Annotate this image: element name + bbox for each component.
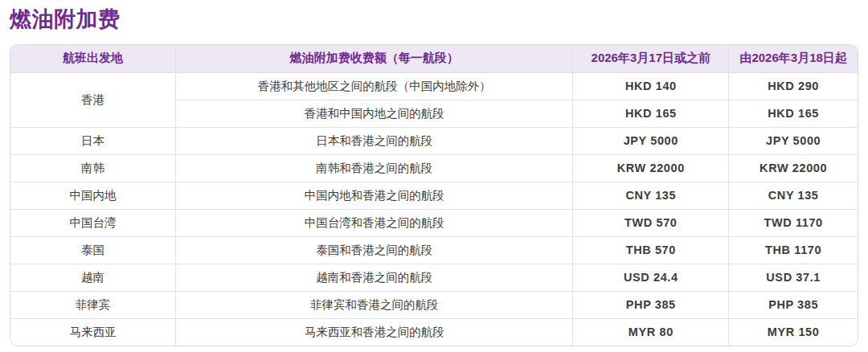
fuel-surcharge-table: 航班出发地燃油附加费收费额（每一航段）2026年3月17日或之前由2026年3月… — [10, 45, 858, 346]
price-after-cell: USD 37.1 — [729, 264, 858, 291]
price-after-cell: CNY 135 — [729, 182, 858, 209]
table-row: 越南越南和香港之间的航段USD 24.4USD 37.1 — [10, 264, 858, 291]
page-title: 燃油附加费 — [0, 0, 868, 34]
price-before-cell: HKD 165 — [573, 100, 729, 127]
origin-cell: 日本 — [10, 127, 176, 154]
table-row: 南韩南韩和香港之间的航段KRW 22000KRW 22000 — [10, 154, 858, 182]
table-row: 日本日本和香港之间的航段JPY 5000JPY 5000 — [10, 127, 858, 154]
column-header-1: 燃油附加费收费额（每一航段） — [176, 45, 573, 72]
column-header-3: 由2026年3月18日起 — [729, 45, 858, 72]
origin-cell: 菲律宾 — [10, 291, 176, 318]
table-header: 航班出发地燃油附加费收费额（每一航段）2026年3月17日或之前由2026年3月… — [10, 45, 858, 72]
table-row: 中国内地中国内地和香港之间的航段CNY 135CNY 135 — [10, 182, 858, 209]
table-row: 菲律宾菲律宾和香港之间的航段PHP 385PHP 385 — [10, 291, 858, 318]
segment-cell: 中国内地和香港之间的航段 — [176, 182, 573, 209]
origin-cell: 中国内地 — [10, 182, 176, 209]
price-before-cell: MYR 80 — [573, 318, 729, 346]
price-before-cell: KRW 22000 — [573, 154, 729, 182]
origin-cell: 南韩 — [10, 154, 176, 182]
price-after-cell: TWD 1170 — [729, 209, 858, 236]
table-body: 香港香港和其他地区之间的航段（中国内地除外）HKD 140HKD 290香港和中… — [10, 72, 858, 346]
segment-cell: 南韩和香港之间的航段 — [176, 154, 573, 182]
table-row: 马来西亚马来西亚和香港之间的航段MYR 80MYR 150 — [10, 318, 858, 346]
segment-cell: 日本和香港之间的航段 — [176, 127, 573, 154]
price-after-cell: THB 1170 — [729, 236, 858, 264]
origin-cell: 香港 — [10, 72, 176, 127]
segment-cell: 泰国和香港之间的航段 — [176, 236, 573, 264]
table-row: 中国台湾中国台湾和香港之间的航段TWD 570TWD 1170 — [10, 209, 858, 236]
origin-cell: 越南 — [10, 264, 176, 291]
price-before-cell: CNY 135 — [573, 182, 729, 209]
column-header-2: 2026年3月17日或之前 — [573, 45, 729, 72]
table-row: 泰国泰国和香港之间的航段THB 570THB 1170 — [10, 236, 858, 264]
origin-cell: 马来西亚 — [10, 318, 176, 346]
segment-cell: 越南和香港之间的航段 — [176, 264, 573, 291]
price-before-cell: TWD 570 — [573, 209, 729, 236]
price-after-cell: HKD 290 — [729, 72, 858, 100]
header-row: 航班出发地燃油附加费收费额（每一航段）2026年3月17日或之前由2026年3月… — [10, 45, 858, 72]
price-after-cell: PHP 385 — [729, 291, 858, 318]
origin-cell: 中国台湾 — [10, 209, 176, 236]
segment-cell: 菲律宾和香港之间的航段 — [176, 291, 573, 318]
price-after-cell: JPY 5000 — [729, 127, 858, 154]
segment-cell: 中国台湾和香港之间的航段 — [176, 209, 573, 236]
price-after-cell: KRW 22000 — [729, 154, 858, 182]
price-before-cell: PHP 385 — [573, 291, 729, 318]
origin-cell: 泰国 — [10, 236, 176, 264]
price-before-cell: JPY 5000 — [573, 127, 729, 154]
segment-cell: 马来西亚和香港之间的航段 — [176, 318, 573, 346]
price-after-cell: HKD 165 — [729, 100, 858, 127]
price-before-cell: HKD 140 — [573, 72, 729, 100]
price-after-cell: MYR 150 — [729, 318, 858, 346]
column-header-0: 航班出发地 — [10, 45, 176, 72]
fuel-surcharge-table-container: 航班出发地燃油附加费收费额（每一航段）2026年3月17日或之前由2026年3月… — [10, 44, 858, 346]
table-row: 香港香港和其他地区之间的航段（中国内地除外）HKD 140HKD 290 — [10, 72, 858, 100]
segment-cell: 香港和中国内地之间的航段 — [176, 100, 573, 127]
segment-cell: 香港和其他地区之间的航段（中国内地除外） — [176, 72, 573, 100]
price-before-cell: USD 24.4 — [573, 264, 729, 291]
price-before-cell: THB 570 — [573, 236, 729, 264]
